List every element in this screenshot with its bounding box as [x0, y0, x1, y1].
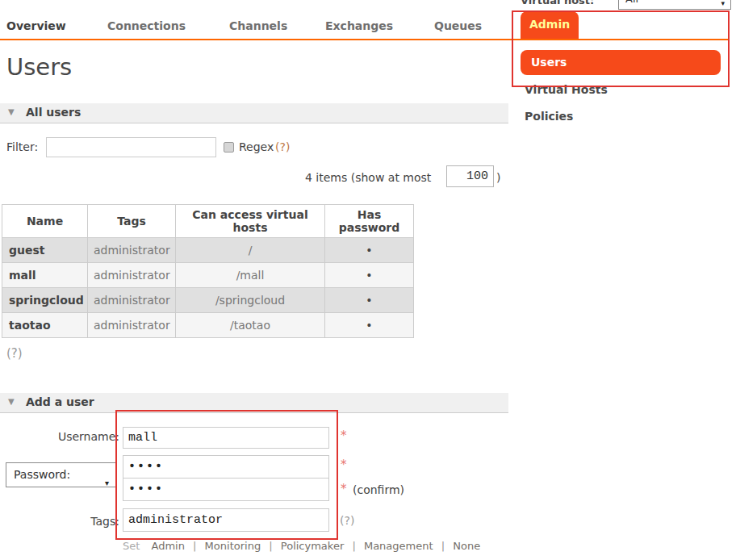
set-monitoring-link[interactable]: Monitoring: [205, 540, 261, 552]
password-confirm-field[interactable]: [123, 478, 329, 501]
sidebar-item-policies[interactable]: Policies: [525, 110, 573, 123]
col-header-haspassword: Has password: [325, 205, 414, 238]
user-tags: administrator: [88, 313, 176, 338]
tab-exchanges[interactable]: Exchanges: [325, 19, 393, 32]
tab-channels[interactable]: Channels: [229, 19, 287, 32]
filter-input[interactable]: [46, 137, 216, 157]
add-user-section-title: Add a user: [26, 395, 94, 408]
show-at-most-input[interactable]: [446, 165, 494, 187]
regex-help-link[interactable]: (?): [275, 140, 290, 153]
has-password-dot: •: [325, 263, 414, 288]
username-label: Username:: [0, 430, 119, 443]
password-select-label: Password:: [14, 468, 70, 481]
virtual-host-select[interactable]: All ▾: [618, 0, 731, 10]
sidebar-item-users[interactable]: Users: [521, 50, 721, 75]
virtual-host-selected-value: All: [625, 0, 638, 5]
separator: |: [269, 540, 272, 552]
collapse-triangle-icon: ▼: [8, 397, 15, 406]
table-row: guest administrator / •: [2, 238, 414, 263]
items-count-text-close: ): [496, 171, 500, 184]
user-vhosts: /springcloud: [176, 288, 325, 313]
set-policymaker-link[interactable]: Policymaker: [281, 540, 344, 552]
required-asterisk: *: [341, 458, 347, 472]
page-title: Users: [6, 53, 72, 81]
password-type-select[interactable]: Password: ▾: [6, 462, 117, 487]
set-management-link[interactable]: Management: [364, 540, 433, 552]
rabbitmq-users-page: Virtual host: All ▾ Overview Connections…: [0, 0, 736, 560]
user-tags: administrator: [88, 238, 176, 263]
chevron-down-icon: ▾: [721, 0, 725, 14]
user-vhosts: /: [176, 238, 325, 263]
tab-connections[interactable]: Connections: [107, 19, 186, 32]
users-table: Name Tags Can access virtual hosts Has p…: [2, 204, 414, 338]
separator: |: [352, 540, 355, 552]
col-header-vhosts: Can access virtual hosts: [176, 205, 325, 238]
user-vhosts: /mall: [176, 263, 325, 288]
user-name-link[interactable]: mall: [2, 263, 88, 288]
regex-label: Regex: [239, 140, 274, 153]
confirm-note: (confirm): [353, 483, 404, 496]
nav-underline: [0, 39, 728, 40]
set-none-link[interactable]: None: [453, 540, 480, 552]
chevron-down-icon: ▾: [105, 471, 109, 495]
user-name-link[interactable]: taotao: [2, 313, 88, 338]
virtual-host-label: Virtual host:: [521, 0, 594, 6]
tab-overview[interactable]: Overview: [6, 19, 66, 32]
required-asterisk: *: [341, 482, 347, 496]
user-tags: administrator: [88, 288, 176, 313]
user-name-link[interactable]: springcloud: [2, 288, 88, 313]
tab-admin-active[interactable]: Admin: [521, 11, 579, 39]
user-tags: administrator: [88, 263, 176, 288]
table-row: mall administrator /mall •: [2, 263, 414, 288]
filter-label: Filter:: [6, 140, 38, 153]
set-tags-row: Set Admin | Monitoring | Policymaker | M…: [123, 540, 480, 552]
separator: |: [441, 540, 445, 552]
tags-label: Tags:: [0, 515, 119, 528]
all-users-section-header[interactable]: ▼ All users: [0, 103, 508, 123]
table-header-row: Name Tags Can access virtual hosts Has p…: [2, 205, 414, 238]
separator: |: [193, 540, 196, 552]
user-vhosts: /taotao: [176, 313, 325, 338]
table-row: taotao administrator /taotao •: [2, 313, 414, 338]
set-admin-link[interactable]: Admin: [152, 540, 185, 552]
col-header-tags: Tags: [88, 205, 176, 238]
set-label: Set: [123, 540, 140, 552]
username-field[interactable]: [123, 427, 329, 449]
all-users-section-title: All users: [26, 106, 81, 119]
regex-checkbox[interactable]: [224, 142, 234, 153]
table-row: springcloud administrator /springcloud •: [2, 288, 414, 313]
user-name-link[interactable]: guest: [2, 238, 88, 263]
tags-field[interactable]: [123, 508, 329, 532]
add-user-section-header[interactable]: ▼ Add a user: [0, 393, 508, 413]
items-count-text: 4 items (show at most: [305, 171, 431, 184]
required-asterisk: *: [341, 428, 347, 443]
tab-queues[interactable]: Queues: [434, 19, 482, 32]
has-password-dot: •: [325, 288, 414, 313]
sidebar-item-virtual-hosts[interactable]: Virtual Hosts: [525, 83, 608, 96]
password-field[interactable]: [123, 455, 329, 479]
users-help-link[interactable]: (?): [6, 346, 23, 361]
tags-help-link[interactable]: (?): [340, 514, 354, 527]
has-password-dot: •: [325, 238, 414, 263]
col-header-name: Name: [2, 205, 88, 238]
has-password-dot: •: [325, 313, 414, 338]
collapse-triangle-icon: ▼: [8, 107, 15, 116]
